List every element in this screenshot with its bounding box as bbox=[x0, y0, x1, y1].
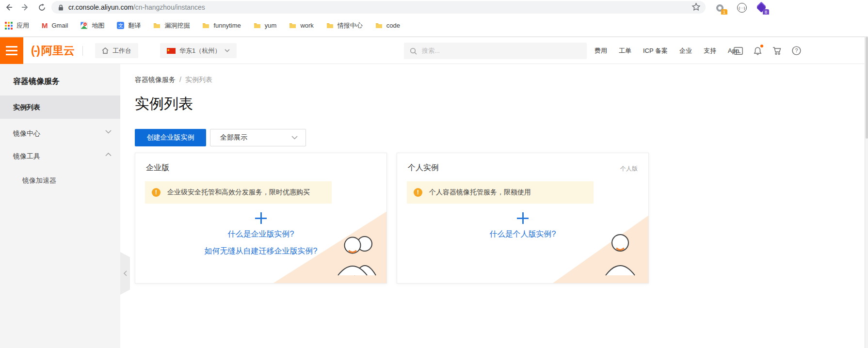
extension-brace-icon[interactable]: {···} bbox=[736, 2, 748, 14]
card-title: 企业版 bbox=[146, 163, 169, 173]
menu-item-billing[interactable]: 费用 bbox=[595, 47, 607, 55]
console-header: (-) 阿里云 工作台 华东1（杭州） 搜索... 费用 工单 ICP 备案 企… bbox=[0, 37, 868, 64]
aliyun-logo-mark: (-) bbox=[31, 44, 39, 57]
divider bbox=[82, 46, 83, 56]
plus-icon[interactable] bbox=[255, 212, 267, 224]
chevron-down-icon bbox=[105, 130, 112, 134]
card-title: 个人实例 bbox=[408, 163, 439, 173]
address-bar[interactable]: cr.console.aliyun.com/cn-hangzhou/instan… bbox=[51, 1, 706, 14]
link-what-is-enterprise[interactable]: 什么是企业版实例? bbox=[135, 229, 386, 239]
bookmark-translate[interactable]: 文 翻译 bbox=[117, 21, 141, 30]
bookmark-apps[interactable]: 应用 bbox=[5, 21, 29, 30]
chevron-up-icon bbox=[105, 153, 112, 157]
bookmark-folder[interactable]: funnytime bbox=[202, 22, 241, 29]
menu-item-enterprise[interactable]: 企业 bbox=[679, 47, 692, 55]
page-title: 实例列表 bbox=[135, 94, 193, 114]
browser-window: cr.console.aliyun.com/cn-hangzhou/instan… bbox=[0, 0, 868, 348]
hamburger-menu-icon[interactable] bbox=[0, 37, 23, 64]
notice-banner: ! 企业级安全托管和高效分发服务，限时优惠购买 bbox=[145, 181, 332, 204]
plus-icon[interactable] bbox=[517, 212, 529, 224]
chevron-left-icon bbox=[123, 270, 127, 276]
menu-item-icp[interactable]: ICP 备案 bbox=[643, 47, 668, 55]
edition-badge: 个人版 bbox=[620, 165, 638, 173]
bookmark-gmail[interactable]: M Gmail bbox=[42, 21, 68, 30]
notification-dot bbox=[760, 45, 763, 47]
breadcrumb-separator: / bbox=[179, 76, 181, 84]
sidebar-item-image-tools[interactable]: 镜像工具 bbox=[0, 144, 120, 168]
help-icon[interactable]: ? bbox=[791, 46, 801, 56]
search-icon bbox=[410, 47, 417, 55]
search-input[interactable]: 搜索... bbox=[404, 43, 587, 59]
notice-banner: ! 个人容器镜像托管服务，限额使用 bbox=[407, 181, 594, 204]
home-icon bbox=[102, 47, 109, 54]
sidebar-title: 容器镜像服务 bbox=[13, 77, 60, 87]
folder-icon bbox=[375, 22, 383, 29]
personal-instance-card: 个人实例 个人版 ! 个人容器镜像托管服务，限额使用 什么是个人版实例? bbox=[397, 153, 649, 284]
link-what-is-personal[interactable]: 什么是个人版实例? bbox=[397, 229, 648, 239]
workbench-button[interactable]: 工作台 bbox=[95, 43, 138, 58]
extension-gem-icon[interactable]: 8 bbox=[755, 2, 767, 14]
search-placeholder: 搜索... bbox=[422, 47, 440, 55]
bookmark-maps[interactable]: 地图 bbox=[80, 21, 104, 30]
translate-icon: 文 bbox=[117, 22, 124, 29]
apps-grid-icon bbox=[5, 22, 13, 30]
bookmark-folder[interactable]: 情报中心 bbox=[326, 21, 363, 30]
svg-text:?: ? bbox=[795, 47, 798, 53]
lock-icon bbox=[58, 4, 64, 11]
aliyun-logo[interactable]: (-) 阿里云 bbox=[31, 37, 75, 64]
chevron-down-icon bbox=[225, 49, 230, 52]
china-flag-icon bbox=[167, 48, 176, 54]
back-icon[interactable] bbox=[2, 0, 16, 14]
bookmark-folder[interactable]: code bbox=[375, 22, 400, 29]
scrollbar-thumb[interactable] bbox=[866, 37, 868, 139]
sidebar-item-image-center[interactable]: 镜像中心 bbox=[0, 122, 120, 145]
browser-toolbar: cr.console.aliyun.com/cn-hangzhou/instan… bbox=[0, 0, 868, 15]
url-text: cr.console.aliyun.com/cn-hangzhou/instan… bbox=[68, 3, 205, 11]
bookmark-folder[interactable]: 漏洞挖掘 bbox=[153, 21, 190, 30]
bookmarks-bar: 应用 M Gmail 地图 文 翻译 漏洞挖掘 funnytime bbox=[0, 15, 868, 37]
cart-icon[interactable] bbox=[772, 46, 782, 56]
forward-icon[interactable] bbox=[18, 0, 32, 14]
link-migrate-enterprise[interactable]: 如何无缝从自建迁移企业版实例? bbox=[135, 246, 386, 256]
page-scrollbar[interactable] bbox=[865, 37, 868, 348]
menu-item-tickets[interactable]: 工单 bbox=[619, 47, 631, 55]
reload-icon[interactable] bbox=[35, 0, 48, 14]
enterprise-edition-card: 企业版 ! 企业级安全托管和高效分发服务，限时优惠购买 什么是企业版实例? 如何… bbox=[135, 153, 387, 284]
header-icons: ? bbox=[733, 37, 801, 64]
chevron-down-icon bbox=[291, 136, 298, 140]
bookmark-folder[interactable]: yum bbox=[254, 22, 277, 29]
terminal-icon[interactable] bbox=[733, 46, 743, 56]
extension-circle-icon[interactable]: 1 bbox=[714, 2, 725, 14]
sidebar-collapse-toggle[interactable] bbox=[120, 252, 130, 295]
breadcrumb-current: 实例列表 bbox=[185, 76, 212, 84]
bell-icon[interactable] bbox=[753, 46, 762, 56]
breadcrumb: 容器镜像服务 / 实例列表 bbox=[135, 76, 212, 84]
folder-icon bbox=[254, 22, 261, 29]
region-selector[interactable]: 华东1（杭州） bbox=[160, 43, 237, 58]
folder-icon bbox=[153, 22, 161, 29]
maps-icon bbox=[80, 22, 88, 29]
sidebar: 容器镜像服务 实例列表 镜像中心 镜像工具 镜像加速器 bbox=[0, 64, 120, 348]
warning-circle-icon: ! bbox=[152, 188, 161, 197]
filter-dropdown[interactable]: 全部展示 bbox=[210, 129, 306, 146]
gmail-icon: M bbox=[42, 21, 48, 30]
folder-icon bbox=[326, 22, 334, 29]
folder-icon bbox=[289, 22, 296, 29]
bookmark-folder[interactable]: work bbox=[289, 22, 313, 29]
warning-circle-icon: ! bbox=[414, 188, 422, 197]
sidebar-item-instance-list[interactable]: 实例列表 bbox=[0, 95, 120, 119]
menu-item-support[interactable]: 支持 bbox=[704, 47, 716, 55]
create-enterprise-instance-button[interactable]: 创建企业版实例 bbox=[135, 129, 206, 146]
header-menu: 费用 工单 ICP 备案 企业 支持 App bbox=[595, 37, 739, 64]
folder-icon bbox=[202, 22, 209, 29]
breadcrumb-root[interactable]: 容器镜像服务 bbox=[135, 76, 176, 84]
bookmark-star-icon[interactable] bbox=[691, 2, 701, 14]
sidebar-item-image-accelerator[interactable]: 镜像加速器 bbox=[0, 169, 120, 192]
